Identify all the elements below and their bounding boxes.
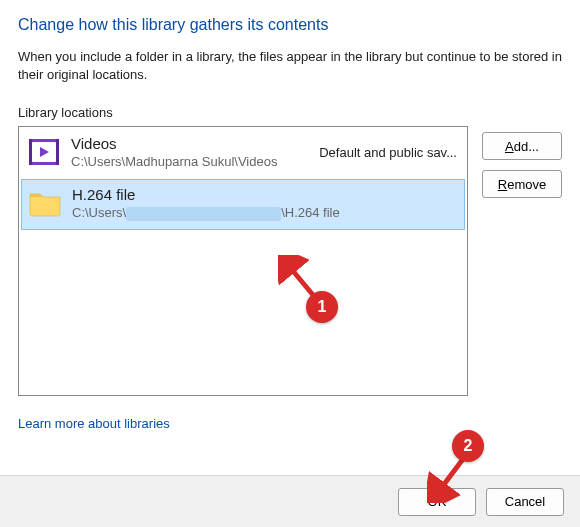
svg-rect-4 [56, 139, 59, 165]
description-text: When you include a folder in a library, … [18, 48, 562, 83]
library-locations-label: Library locations [18, 105, 562, 120]
cancel-button[interactable]: Cancel [486, 488, 564, 516]
ok-button[interactable]: OK [398, 488, 476, 516]
videos-library-icon [27, 135, 61, 169]
item-path: C:\Users\\H.264 file [72, 205, 456, 221]
remove-button[interactable]: Remove [482, 170, 562, 198]
folder-icon [28, 186, 62, 220]
library-locations-list[interactable]: Videos C:\Users\Madhuparna Sukul\Videos … [18, 126, 468, 396]
redacted-path-segment [126, 207, 281, 221]
path-suffix: \H.264 file [281, 205, 340, 220]
path-prefix: C:\Users\ [72, 205, 126, 220]
add-button[interactable]: Add... [482, 132, 562, 160]
item-status: Default and public sav... [319, 145, 457, 160]
item-path: C:\Users\Madhuparna Sukul\Videos [71, 154, 309, 169]
library-location-item[interactable]: Videos C:\Users\Madhuparna Sukul\Videos … [19, 127, 467, 177]
learn-more-link[interactable]: Learn more about libraries [18, 416, 170, 431]
svg-rect-3 [29, 139, 32, 165]
annotation-badge-2: 2 [452, 430, 484, 462]
page-title: Change how this library gathers its cont… [18, 16, 562, 34]
library-location-item-selected[interactable]: H.264 file C:\Users\\H.264 file [21, 179, 465, 230]
item-title: Videos [71, 135, 309, 152]
dialog-button-bar: OK Cancel [0, 475, 580, 527]
item-title: H.264 file [72, 186, 456, 203]
